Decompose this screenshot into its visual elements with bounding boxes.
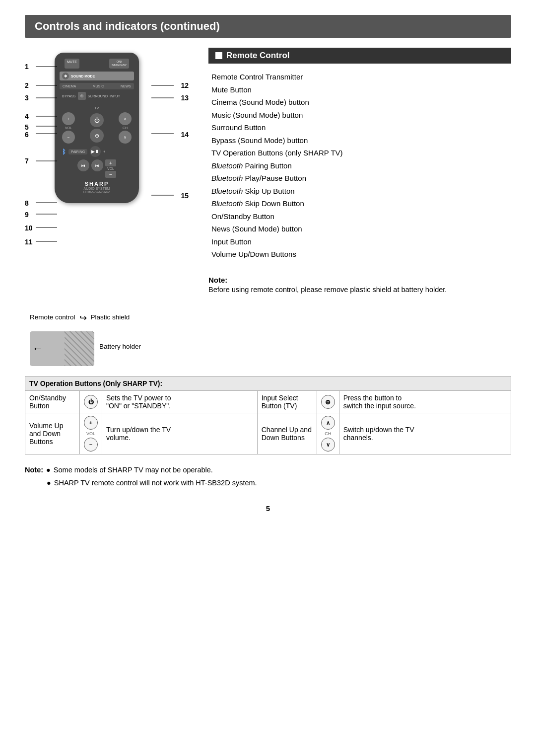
channel-desc: Switch up/down the TVchannels. — [339, 413, 511, 454]
list-item: Cinema (Sound Mode) button — [208, 96, 511, 109]
input-select-desc: Press the button toswitch the input sour… — [339, 391, 511, 413]
label-7: 7 — [25, 157, 29, 165]
table-row: Volume Upand DownButtons + VOL − Turn up… — [25, 413, 511, 454]
note-item-1: Some models of SHARP TV may not be opera… — [54, 463, 213, 476]
brand-name: SHARP — [60, 181, 134, 187]
on-standby-desc: Sets the TV power to"ON" or "STANDBY". — [102, 391, 258, 413]
tv-table-header: TV Operation Buttons (Only SHARP TV): — [25, 377, 511, 391]
power-btn[interactable]: ⏻ — [90, 113, 104, 127]
volume-icon: + VOL − — [80, 413, 102, 454]
top-buttons-row: MUTE ON/STAND-BY — [60, 59, 134, 69]
vol-minus-icon: − — [84, 438, 98, 452]
battery-section: Remote control ↪ Plastic shield ← Batter… — [25, 313, 194, 366]
standby-btn[interactable]: ON/STAND-BY — [109, 59, 129, 69]
label-3: 3 — [25, 94, 29, 102]
ch-up-icon: ∧ — [321, 416, 335, 430]
surround-btn[interactable]: ◎ — [78, 92, 86, 100]
vol-slider-plus: + — [103, 150, 105, 153]
channel-label: Channel Up andDown Buttons — [257, 413, 317, 454]
remote-body: MUTE ON/STAND-BY ✱ SOUND MODE CI — [55, 53, 139, 203]
list-item: TV Operation Buttons (only SHARP TV) — [208, 147, 511, 159]
page-number: 5 — [25, 504, 511, 513]
music-label[interactable]: MUSIC — [93, 84, 104, 88]
label-10: 10 — [25, 224, 33, 232]
battery-holder-drawing: ← — [30, 326, 94, 366]
vol-col: + VOL − — [62, 112, 75, 144]
power-icon: ⏻ — [84, 395, 98, 409]
bottom-notes: Note: ● Some models of SHARP TV may not … — [25, 463, 511, 489]
vol-label: VOL — [65, 126, 72, 130]
ch-col: ∧ CH ∨ — [119, 112, 132, 144]
label-8: 8 — [25, 199, 29, 207]
battery-holder-label: Battery holder — [99, 343, 141, 350]
skip-back-btn[interactable]: ⏮ — [77, 159, 89, 171]
volume-desc: Turn up/down the TVvolume. — [102, 413, 258, 454]
vol-minus-btn[interactable]: − — [62, 131, 75, 144]
label-11: 11 — [25, 238, 33, 246]
label-12: 12 — [181, 81, 189, 89]
label-13: 13 — [181, 94, 189, 102]
vol-plus-icon: + — [84, 416, 98, 430]
note-bullet-2: ● SHARP TV remote control will not work … — [47, 476, 511, 489]
vol-slider-plus-btn[interactable]: + — [105, 159, 116, 166]
volume-label: Volume Upand DownButtons — [25, 413, 80, 454]
right-column: Remote Control Remote Control Transmitte… — [208, 48, 511, 366]
header-square — [215, 52, 222, 59]
list-item: Bluetooth Pairing Button — [208, 159, 511, 172]
list-item: Surround Button — [208, 121, 511, 134]
surround-label[interactable]: SURROUND — [88, 94, 108, 98]
battery-arrow: ← — [32, 342, 43, 355]
skip-fwd-btn[interactable]: ⏭ — [91, 159, 103, 171]
label-9: 9 — [25, 211, 29, 219]
media-row: ⏮ ⏭ + VOL − — [60, 159, 134, 178]
plastic-shield-label: Plastic shield — [91, 313, 130, 321]
input-label[interactable]: INPUT — [110, 94, 120, 98]
input-select-label: Input SelectButton (TV) — [257, 391, 317, 413]
mute-btn[interactable]: MUTE — [65, 59, 79, 69]
vol-slider: + VOL − — [105, 159, 116, 178]
section-title: Remote Control — [226, 51, 290, 61]
list-item: Volume Up/Down Buttons — [208, 248, 511, 261]
on-standby-label: On/StandbyButton — [25, 391, 80, 413]
header-title: Controls and indicators (continued) — [35, 20, 220, 32]
ch-up-btn[interactable]: ∧ — [119, 112, 132, 125]
list-item: Bluetooth Skip Down Button — [208, 197, 511, 210]
note-label: Note: — [25, 463, 43, 476]
table-row: On/StandbyButton ⏻ Sets the TV power to"… — [25, 391, 511, 413]
ch-down-btn[interactable]: ∨ — [119, 131, 132, 144]
ch-icon-label: CH — [325, 431, 331, 436]
label-15: 15 — [181, 192, 189, 200]
sound-mode-icon[interactable]: ✱ — [62, 73, 69, 79]
vol-slider-minus-btn[interactable]: − — [105, 171, 116, 178]
list-item: Remote Control Transmitter — [208, 71, 511, 83]
cinema-label[interactable]: CINEMA — [63, 84, 76, 88]
vol-plus-btn[interactable]: + — [62, 112, 75, 125]
input-sel-btn[interactable]: ⊕ — [90, 129, 104, 143]
input-select-icon: ⊕ — [317, 391, 339, 413]
vol-icon-label: VOL — [86, 431, 95, 436]
sound-mode-label: SOUND MODE — [71, 75, 95, 78]
tv-operation-table: TV Operation Buttons (Only SHARP TV): On… — [25, 376, 511, 454]
note-text: Before using remote control, please remo… — [208, 284, 511, 296]
bypass-row: BYPASS ◎ SURROUND INPUT — [60, 92, 134, 100]
label-2: 2 — [25, 81, 29, 89]
section-header: Remote Control — [208, 48, 511, 64]
tv-label: TV — [95, 106, 99, 110]
page: Controls and indicators (continued) 1 2 … — [0, 0, 536, 756]
news-label[interactable]: NEWS — [121, 84, 131, 88]
ch-label: CH — [123, 126, 128, 130]
plastic-shield-arrow: ↪ — [79, 312, 87, 323]
list-item: Mute Button — [208, 83, 511, 96]
play-pause-btn[interactable]: ▶⏸ — [90, 146, 101, 157]
model-number: RRMCGA322AWSA — [60, 190, 134, 193]
brand-area: SHARP AUDIO SYSTEM RRMCGA322AWSA — [60, 181, 134, 193]
left-column: 1 2 3 4 5 6 7 8 9 10 11 12 13 14 15 — [25, 48, 194, 366]
label-5: 5 — [25, 123, 29, 131]
channel-icon: ∧ CH ∨ — [317, 413, 339, 454]
label-14: 14 — [181, 131, 189, 139]
bypass-label[interactable]: BYPASS — [62, 94, 76, 98]
pairing-btn[interactable]: PAIRING — [68, 149, 87, 154]
note-title: Note: — [208, 276, 227, 284]
list-item: Music (Sound Mode) button — [208, 109, 511, 122]
remote-control-label: Remote control — [30, 313, 75, 321]
